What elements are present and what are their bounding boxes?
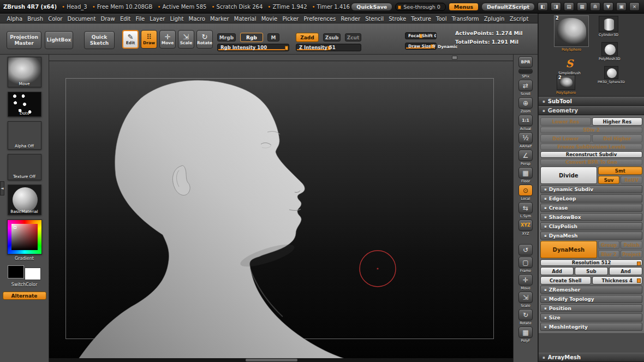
menu-item[interactable]: Picker [280, 16, 301, 22]
rightshelf-button[interactable]: ⇲ Scale [518, 292, 533, 308]
resolution-slider[interactable]: Resolution 512 [540, 259, 642, 266]
blur-slider[interactable]: Blur 2 [598, 250, 620, 258]
current-tool-thumbnail[interactable]: 2 PolySphere [554, 15, 589, 52]
rgb-intensity-slider[interactable]: Rgb Intensity 100 [217, 44, 289, 51]
add-button[interactable]: Add [540, 267, 574, 275]
panel-right-icon[interactable]: ▦ [577, 2, 587, 11]
geometry-section-header[interactable]: ShadowBox [540, 213, 642, 221]
reconstruct-subdiv-button[interactable]: Reconstruct Subdiv [540, 151, 642, 158]
menu-item[interactable]: Layer [147, 16, 168, 22]
convert-bpr-button[interactable]: Convert BPR To Geo [540, 159, 642, 165]
arraymesh-header[interactable]: ▪ ArrayMesh [539, 353, 644, 362]
geometry-section-header[interactable]: Dynamic Subdiv [540, 185, 642, 193]
mode-button[interactable]: ✎ Edit [122, 30, 139, 49]
geometry-section-header[interactable]: EdgeLoop [540, 194, 642, 203]
alpha-thumbnail[interactable]: Alpha Off [8, 121, 41, 150]
menu-item[interactable]: Material [231, 16, 259, 22]
brush-thumbnail[interactable]: Move [8, 57, 41, 87]
panel-divider-handle[interactable]: ◄ [0, 181, 4, 195]
color-picker[interactable] [7, 219, 42, 254]
geometry-section-header[interactable]: Modify Topology [540, 295, 642, 303]
dynamesh-section-header[interactable]: DynaMesh [540, 232, 642, 240]
menu-item[interactable]: Color [46, 16, 65, 22]
mode-button[interactable]: ↻ Rotate [196, 30, 213, 49]
rightshelf-button[interactable]: ↻ Rotate [518, 309, 533, 325]
shrink-right-icon[interactable]: ◨ [551, 2, 561, 11]
geometry-section-header[interactable]: MeshIntegrity [540, 323, 642, 331]
menu-item[interactable]: Preferences [301, 16, 338, 22]
higher-res-button[interactable]: Higher Res [592, 117, 643, 126]
divide-button[interactable]: Divide [540, 167, 597, 184]
alternate-button[interactable]: Alternate [3, 292, 46, 300]
zcut-button[interactable]: Zcut [345, 33, 361, 41]
rightshelf-button[interactable]: XYZ XYZ [518, 219, 533, 236]
switch-color-widget[interactable] [7, 265, 42, 281]
projection-master-button[interactable]: Projection Master [7, 31, 41, 49]
lower-res-button[interactable]: Lower Res [540, 117, 591, 126]
geometry-section-header[interactable]: Size [540, 313, 642, 322]
horizontal-scrollbar-handle[interactable] [246, 359, 297, 361]
menu-item[interactable]: Marker [207, 16, 231, 22]
freeze-subdivision-button[interactable]: Freeze SubDivision Levels [540, 144, 642, 150]
restore-icon[interactable]: ▣ [616, 2, 627, 11]
rightshelf-button[interactable]: SPix [518, 69, 533, 79]
rightshelf-button[interactable]: ⇆ L.Sym [518, 202, 533, 218]
panel-left-icon[interactable]: ▤ [564, 2, 574, 11]
sub-button[interactable]: Sub [575, 267, 608, 275]
suv-button[interactable]: Suv [598, 176, 620, 184]
dynamic-label[interactable]: Dynamic [438, 44, 457, 49]
zsub-button[interactable]: Zsub [323, 33, 341, 41]
sdiv-slider[interactable]: SDiv 2 [540, 127, 642, 133]
tool-thumbnail[interactable]: Cylinder3D [599, 16, 618, 37]
menu-item[interactable]: Document [65, 16, 98, 22]
geometry-header[interactable]: ▪ Geometry [539, 106, 644, 115]
main-color-swatch[interactable] [8, 265, 24, 278]
and-button[interactable]: And [609, 267, 642, 275]
geometry-section-header[interactable]: ClayPolish [540, 222, 642, 230]
menu-item[interactable]: Brush [25, 16, 46, 22]
smt-button[interactable]: Smt [598, 167, 642, 175]
minimize-icon[interactable]: ▼ [603, 2, 613, 11]
tool-thumbnail[interactable]: 2 PolySphere [556, 75, 576, 95]
material-thumbnail[interactable]: BasicMaterial [8, 185, 41, 215]
rightshelf-button[interactable]: ∠ Persp [518, 150, 533, 166]
menu-item[interactable]: File [133, 16, 147, 22]
shrink-left-icon[interactable]: ◧ [538, 2, 548, 11]
dynamesh-button[interactable]: DynaMesh [540, 241, 597, 258]
polish-button[interactable]: Polish [621, 241, 642, 249]
menu-item[interactable]: Zplugin [481, 16, 507, 22]
default-zscript-button[interactable]: DefaultZScript [481, 3, 535, 11]
rightshelf-button[interactable]: 1:1 Actual [518, 115, 533, 131]
project-button[interactable]: Project [621, 250, 642, 258]
z-intensity-slider[interactable]: Z Intensity 51 [296, 44, 361, 51]
mode-button[interactable]: ✛ Move [159, 30, 176, 49]
secondary-color-swatch[interactable] [25, 268, 41, 280]
rightshelf-button[interactable]: ▦ Floor [518, 167, 533, 183]
canvas-scroll-handle[interactable] [452, 56, 457, 60]
tool-thumbnail[interactable]: PM3D_Sphere3D [598, 66, 625, 84]
rightshelf-button[interactable]: ↺ [518, 244, 533, 256]
see-through-slider[interactable]: See-through 0 [395, 3, 446, 11]
mode-button[interactable]: ⇲ Scale [178, 30, 194, 49]
lightbox-button[interactable]: LightBox [45, 31, 73, 49]
thickness-slider[interactable]: Thickness 4 [592, 276, 643, 284]
horizontal-scrollbar[interactable] [49, 358, 513, 362]
menu-item[interactable]: Draw [98, 16, 117, 22]
rightshelf-button[interactable]: ⊕ Zoom [518, 97, 533, 114]
rightshelf-button[interactable]: ▢ Frame [518, 257, 533, 273]
create-shell-button[interactable]: Create Shell [540, 276, 591, 284]
menus-button[interactable]: Menus [449, 3, 479, 11]
menu-item[interactable]: Stencil [363, 16, 386, 22]
rightshelf-button[interactable]: BPR [518, 56, 533, 68]
rightshelf-button[interactable]: ⇄ Scroll [518, 80, 533, 96]
menu-item[interactable]: Alpha [4, 16, 25, 22]
group-button[interactable]: Group [598, 241, 620, 249]
geometry-section-header[interactable]: ZRemesher [540, 286, 642, 294]
quick-sketch-button[interactable]: Quick Sketch [84, 31, 115, 49]
rightshelf-button[interactable]: ⊙ Local [518, 185, 533, 201]
rightshelf-button[interactable]: ✛ Move [518, 274, 533, 290]
close-icon[interactable]: × [629, 2, 640, 11]
geometry-section-header[interactable]: Crease [540, 204, 642, 212]
menu-item[interactable]: Edit [117, 16, 133, 22]
quicksave-button[interactable]: QuickSave [351, 3, 392, 11]
